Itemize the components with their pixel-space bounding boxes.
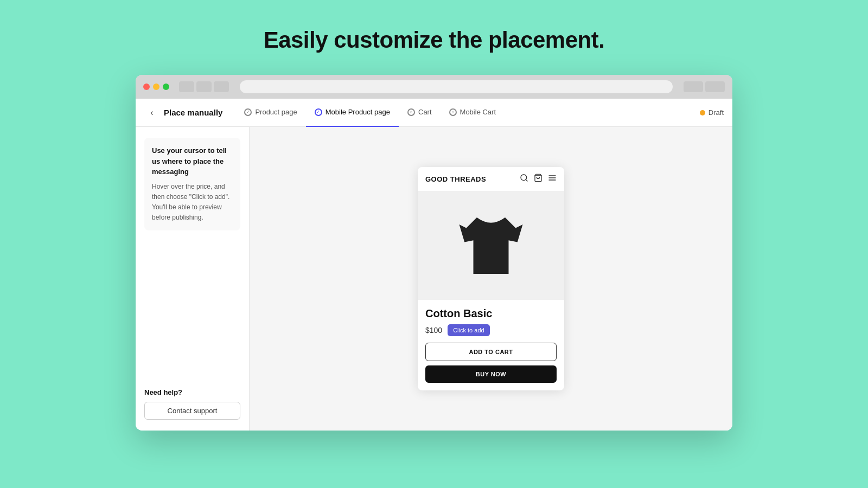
extensions-button[interactable] [684,81,703,92]
menu-icon[interactable] [548,174,557,184]
place-manually-title: Place manually [164,108,222,117]
tab-cart[interactable]: ○ Cart [399,99,441,127]
sidebar: Use your cursor to tell us where to plac… [136,127,250,431]
check-icon-cart: ○ [407,108,415,116]
sidebar-instruction: Use your cursor to tell us where to plac… [144,138,240,230]
minimize-button[interactable] [153,84,159,90]
main-layout: Use your cursor to tell us where to plac… [136,127,732,431]
draft-dot [700,110,705,115]
cart-icon[interactable] [534,174,542,184]
nav-buttons [179,81,229,92]
store-name: GOOD THREADS [425,175,486,183]
browser-titlebar [136,75,732,99]
product-name: Cotton Basic [425,307,557,320]
preview-area: GOOD THREADS [250,127,732,431]
back-nav-button[interactable] [179,81,194,92]
forward-nav-button[interactable] [196,81,212,92]
menu-button[interactable] [705,81,725,92]
refresh-button[interactable] [214,81,229,92]
address-bar[interactable] [240,80,673,93]
price-row: $100 Click to add [425,324,557,336]
tab-mobile-cart-label: Mobile Cart [460,108,496,116]
draft-badge: Draft [700,108,724,117]
maximize-button[interactable] [163,84,169,90]
price-label: $100 [425,326,442,335]
tab-mobile-product-label: Mobile Product page [326,108,390,116]
instruction-body: Hover over the price, and then choose "C… [152,182,233,223]
close-button[interactable] [143,84,150,90]
tab-product-page-label: Product page [255,108,297,116]
product-details: Cotton Basic $100 Click to add ADD TO CA… [418,300,564,390]
app-content: ‹ Place manually ✓ Product page ✓ Mobile… [136,99,732,431]
tab-cart-label: Cart [418,108,432,116]
mobile-preview: GOOD THREADS [418,167,564,390]
svg-line-1 [526,179,527,181]
contact-support-button[interactable]: Contact support [144,402,240,420]
toolbar-buttons [684,81,725,92]
tab-mobile-cart[interactable]: ○ Mobile Cart [441,99,505,127]
add-to-cart-button[interactable]: ADD TO CART [425,343,557,361]
nav-tabs: ✓ Product page ✓ Mobile Product page ○ C… [235,99,699,127]
traffic-lights [143,84,169,90]
back-button[interactable]: ‹ [144,105,159,120]
tab-mobile-product-page[interactable]: ✓ Mobile Product page [306,99,399,127]
search-icon[interactable] [520,174,528,184]
draft-label: Draft [709,108,724,117]
click-to-add-tooltip[interactable]: Click to add [448,324,489,336]
page-heading: Easily customize the placement. [264,27,605,53]
product-image-container [418,191,564,300]
check-icon-mobile-product: ✓ [315,108,322,116]
buy-now-button[interactable]: BUY NOW [425,365,557,383]
product-tshirt-image [456,208,526,284]
mobile-header: GOOD THREADS [418,167,564,191]
sidebar-footer: Need help? Contact support [144,380,240,420]
header-icons [520,174,557,184]
check-icon-mobile-cart: ○ [449,108,457,116]
browser-window: ‹ Place manually ✓ Product page ✓ Mobile… [136,75,732,431]
instruction-title: Use your cursor to tell us where to plac… [152,145,233,177]
top-nav: ‹ Place manually ✓ Product page ✓ Mobile… [136,99,732,127]
tab-product-page[interactable]: ✓ Product page [235,99,305,127]
check-icon-product-page: ✓ [244,108,252,116]
need-help-label: Need help? [144,388,240,396]
